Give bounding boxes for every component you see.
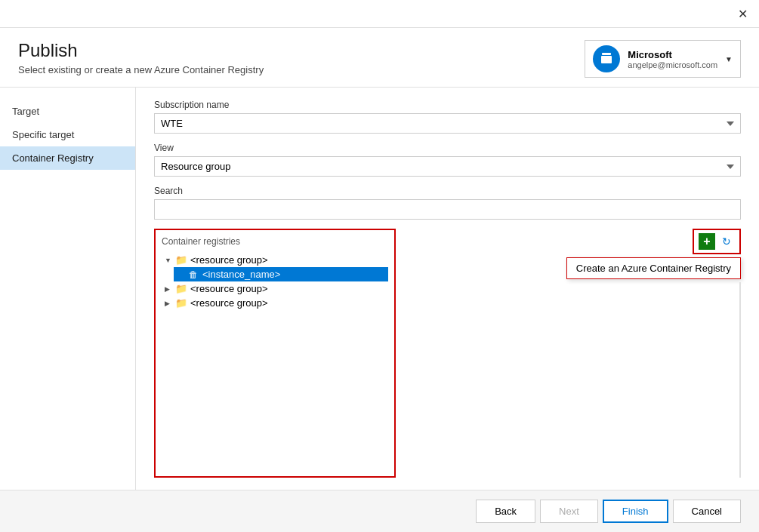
view-label: View (154, 143, 741, 153)
container-icon: 🗑 (187, 269, 199, 280)
subscription-select[interactable]: WTE (154, 113, 741, 134)
view-group: View Resource group Location Registry ty… (154, 143, 741, 177)
registry-empty-area (739, 282, 741, 478)
title-bar: ✕ (0, 0, 759, 28)
refresh-button[interactable]: ↻ (718, 233, 735, 250)
sidebar-item-container-registry[interactable]: Container Registry (0, 146, 135, 170)
sidebar: Target Specific target Container Registr… (0, 88, 136, 490)
main-content: Target Specific target Container Registr… (0, 88, 759, 490)
create-registry-tooltip[interactable]: Create an Azure Container Registry (566, 257, 741, 279)
svg-rect-2 (604, 58, 609, 59)
account-name: Microsoft (628, 49, 717, 60)
add-registry-button[interactable]: + (699, 233, 715, 250)
search-input[interactable] (154, 199, 741, 220)
account-dropdown-arrow: ▼ (725, 55, 733, 63)
view-select[interactable]: Resource group Location Registry type (154, 156, 741, 177)
account-info: Microsoft angelpe@microsoft.com (628, 49, 717, 69)
search-group: Search (154, 186, 741, 220)
action-bar: + ↻ (693, 229, 741, 254)
tree-label: <instance_name> (202, 269, 280, 280)
dialog-subtitle: Select existing or create a new Azure Co… (18, 64, 264, 75)
subscription-group: Subscription name WTE (154, 100, 741, 134)
registry-panel-title: Container registries (162, 236, 388, 247)
folder-icon (175, 284, 187, 294)
tree-item-rg2[interactable]: ▶ <resource group> (162, 281, 388, 296)
content-area: Subscription name WTE View Resource grou… (136, 88, 759, 490)
search-label: Search (154, 186, 741, 196)
back-button[interactable]: Back (476, 500, 535, 523)
account-icon (593, 45, 620, 72)
registry-panel: Container registries ▼ <resource group> … (154, 229, 396, 478)
tree-item-rg3[interactable]: ▶ <resource group> (162, 296, 388, 310)
tree-label: <resource group> (190, 283, 268, 294)
folder-icon (175, 255, 187, 266)
tree-arrow: ▶ (165, 285, 172, 293)
registry-area: Container registries ▼ <resource group> … (154, 229, 741, 478)
dialog-title: Publish (18, 40, 264, 61)
footer: Back Next Finish Cancel (0, 490, 759, 532)
tree-arrow: ▶ (165, 300, 172, 307)
svg-rect-3 (604, 60, 609, 60)
folder-icon (175, 298, 187, 309)
account-email: angelpe@microsoft.com (628, 60, 717, 69)
header-section: Publish Select existing or create a new … (0, 28, 759, 88)
tree-arrow: ▼ (165, 257, 172, 264)
next-button[interactable]: Next (540, 500, 598, 523)
sidebar-item-specific-target[interactable]: Specific target (0, 123, 135, 146)
tree-label: <resource group> (190, 254, 268, 266)
svg-rect-0 (602, 53, 611, 55)
tree-item-rg1[interactable]: ▼ <resource group> (162, 253, 388, 267)
header-left: Publish Select existing or create a new … (18, 40, 264, 75)
tree-label: <resource group> (190, 297, 268, 309)
cancel-button[interactable]: Cancel (673, 500, 741, 523)
account-badge[interactable]: Microsoft angelpe@microsoft.com ▼ (585, 40, 741, 78)
close-button[interactable]: ✕ (735, 6, 750, 21)
right-panel: + ↻ Create an Azure Container Registry (396, 229, 741, 478)
subscription-label: Subscription name (154, 100, 741, 110)
finish-button[interactable]: Finish (603, 500, 668, 523)
sidebar-item-target[interactable]: Target (0, 100, 135, 123)
publish-dialog: ✕ Publish Select existing or create a ne… (0, 0, 759, 532)
tree-item-instance[interactable]: 🗑 <instance_name> (174, 267, 388, 281)
